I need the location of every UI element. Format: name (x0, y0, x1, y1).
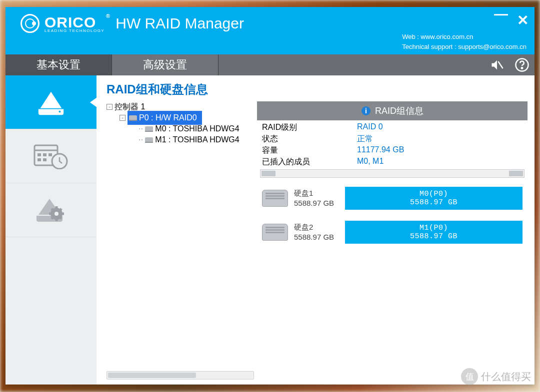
svg-line-18 (52, 209, 53, 210)
tab-advanced-settings[interactable]: 高级设置 (112, 54, 218, 75)
brand-logo: ORICO® LEADING TECHNOLOGY (20, 14, 104, 33)
disk-allocation-bar[interactable]: M1(P0) 5588.97 GB (345, 221, 522, 244)
svg-rect-8 (48, 153, 52, 156)
disk-size: 5588.97 GB (294, 232, 339, 242)
calendar-clock-icon (34, 143, 68, 169)
disk-icon (36, 88, 66, 116)
kv-value: RAID 0 (357, 122, 522, 133)
kv-value: M0, M1 (357, 157, 522, 167)
disk-icon (262, 190, 288, 207)
svg-rect-6 (38, 153, 41, 156)
disk-row-1: 硬盘1 5588.97 GB M0(P0) 5588.97 GB (257, 185, 528, 212)
svg-line-20 (52, 217, 53, 219)
collapse-icon[interactable]: - (120, 115, 126, 121)
svg-rect-7 (43, 153, 46, 156)
disk-row-2: 硬盘2 5588.97 GB M1(P0) 5588.97 GB (257, 219, 528, 246)
collapse-icon[interactable]: - (106, 104, 112, 110)
array-icon (129, 115, 137, 121)
svg-line-19 (60, 217, 62, 219)
svg-point-13 (54, 212, 58, 216)
kv-label: RAID级别 (262, 122, 357, 133)
left-rail (6, 75, 96, 385)
rail-item-disk-settings[interactable] (6, 183, 96, 237)
kv-value: 正常 (357, 134, 522, 144)
tab-basic-settings[interactable]: 基本设置 (6, 54, 112, 75)
rail-item-disk[interactable] (6, 75, 96, 129)
capacity-bar[interactable] (260, 169, 524, 178)
help-icon[interactable] (510, 54, 534, 75)
svg-rect-9 (38, 158, 41, 161)
disk-small-icon (145, 126, 153, 132)
section-title: RAID组和硬盘信息 (106, 81, 534, 97)
svg-point-3 (59, 110, 61, 112)
support-email-link[interactable]: supports@orico.com.cn (458, 43, 526, 50)
title-bar: ORICO® LEADING TECHNOLOGY HW RAID Manage… (6, 7, 534, 54)
app-window: ORICO® LEADING TECHNOLOGY HW RAID Manage… (6, 7, 534, 385)
disk-icon (262, 224, 288, 241)
raid-info-table: RAID级别RAID 0 状态正常 容量11177.94 GB 已插入的成员M0… (257, 120, 528, 169)
info-panel: i RAID组信息 RAID级别RAID 0 状态正常 容量11177.94 G… (257, 101, 534, 380)
disk-small-icon (145, 137, 153, 143)
brand-tagline: LEADING TECHNOLOGY (44, 28, 104, 33)
kv-label: 状态 (262, 134, 357, 144)
watermark: 值 什么值得买 (461, 368, 531, 385)
kv-label: 已插入的成员 (262, 157, 357, 167)
svg-point-2 (522, 67, 523, 69)
disk-label: 硬盘2 (294, 222, 339, 232)
website-link[interactable]: www.orico.com.cn (421, 33, 474, 40)
content-area: RAID组和硬盘信息 - 控制器 1 - P0 : H/W RAID0 · (96, 75, 534, 385)
disk-allocation-bar[interactable]: M0(P0) 5588.97 GB (345, 187, 522, 210)
tree-member-m0[interactable]: ·· M0 : TOSHIBA HDWG4 (106, 123, 254, 134)
kv-label: 容量 (262, 145, 357, 156)
disk-size: 5588.97 GB (294, 198, 339, 208)
svg-text:i: i (365, 107, 367, 115)
mute-icon[interactable] (484, 54, 510, 75)
app-title: HW RAID Manager (116, 15, 244, 32)
svg-line-0 (498, 61, 502, 68)
horizontal-scrollbar[interactable] (106, 371, 254, 380)
info-icon: i (361, 106, 371, 116)
close-button[interactable]: ✕ (517, 12, 528, 28)
header-links: Web : www.orico.com.cn Technical support… (402, 32, 526, 51)
rail-item-schedule[interactable] (6, 129, 96, 183)
panel-title: i RAID组信息 (257, 101, 528, 120)
disk-gear-icon (34, 196, 68, 225)
logo-icon (20, 14, 40, 33)
tree-raid-node[interactable]: - P0 : H/W RAID0 (106, 112, 254, 123)
svg-line-21 (60, 209, 62, 210)
tab-bar: 基本设置 高级设置 (6, 54, 534, 75)
minimize-button[interactable]: — (494, 6, 508, 28)
disk-label: 硬盘1 (294, 188, 339, 198)
tree-pane: - 控制器 1 - P0 : H/W RAID0 ·· M0 : TOSHIBA… (106, 101, 254, 380)
tree-member-m1[interactable]: ·· M1 : TOSHIBA HDWG4 (106, 134, 254, 145)
svg-rect-10 (43, 158, 46, 161)
kv-value: 11177.94 GB (357, 145, 522, 156)
